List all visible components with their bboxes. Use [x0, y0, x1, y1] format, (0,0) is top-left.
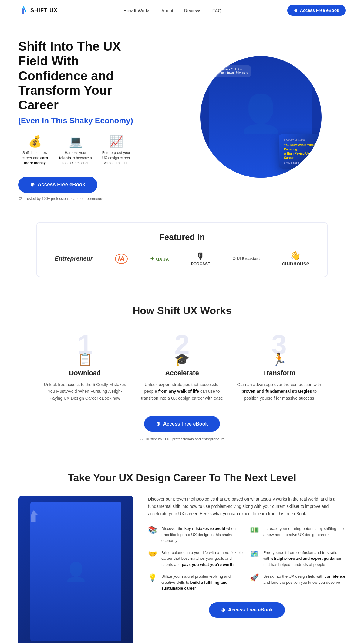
nextlevel-cta-icon: ⊕	[221, 607, 225, 613]
hero-feature-2-text: Harness your talents to become a top UX …	[59, 150, 92, 166]
how-cta-button[interactable]: ⊕ Access Free eBook	[144, 416, 220, 432]
money-bag-icon: 💵	[250, 526, 260, 534]
nav-faq[interactable]: FAQ	[212, 8, 221, 13]
nextlevel-cta-container: ⊕ Access Free eBook	[148, 602, 346, 618]
hero-title: Shift Into The UX Field With Confidence …	[18, 39, 146, 112]
wave-icon: 👋	[290, 251, 301, 260]
nav-about[interactable]: About	[161, 8, 173, 13]
step-1-title: Download	[42, 369, 127, 377]
money-icon: 💰	[18, 135, 52, 148]
step-3: 3 🏃 Transform Gain an advantage over the…	[237, 331, 322, 402]
nextlevel-cta-button[interactable]: ⊕ Access Free eBook	[209, 602, 285, 618]
hero-right: 🏛 Professor Of UX at Georgetown Universi…	[200, 56, 346, 184]
steps-container: 1 📋 Download Unlock free access to the 5…	[18, 331, 346, 402]
benefit-2-text: Increase your earning potential by shift…	[263, 526, 346, 538]
step-2-title: Accelerate	[140, 369, 224, 377]
divider-1	[104, 253, 104, 265]
uxpa-text: ✦ uxpa	[150, 256, 169, 262]
step-2-desc: Unlock expert strategies that successful…	[140, 381, 224, 402]
how-cta-container: ⊕ Access Free eBook 🛡 Trusted by 100+ pr…	[18, 416, 346, 441]
navbar: SHIFT UX How It Works About Reviews FAQ …	[0, 0, 364, 21]
divider-5	[271, 253, 271, 265]
how-title: How Shift UX Works	[18, 305, 346, 316]
hero-features: 💰 Shift into a new career and earn more …	[18, 135, 146, 166]
step-3-title: Transform	[237, 369, 322, 377]
divider-3	[180, 253, 180, 265]
entrepreneur-text: Entrepreneur	[55, 255, 93, 262]
nav-how-it-works[interactable]: How It Works	[123, 8, 150, 13]
download-icon: 📋	[42, 352, 127, 367]
logo-icon	[18, 5, 28, 15]
how-cta-label: Access Free eBook	[163, 421, 208, 427]
divider-4	[221, 253, 221, 265]
ebook-tag: 5 Costly Mistakes	[284, 138, 322, 141]
logo[interactable]: SHIFT UX	[18, 5, 58, 15]
hero-cta-button[interactable]: ⊕ Access Free eBook	[18, 177, 97, 193]
uxpa-logo: ✦ uxpa	[150, 255, 169, 262]
logo-text: SHIFT UX	[30, 7, 58, 14]
hero-image: 🏛 Professor Of UX at Georgetown Universi…	[200, 56, 322, 178]
book-icon: 📚	[148, 526, 158, 534]
accelerate-icon: 🎓	[140, 352, 224, 367]
hero-section: Shift Into The UX Field With Confidence …	[0, 21, 364, 213]
shift-ux-watermark	[24, 502, 42, 530]
person-photo: 👤	[30, 502, 121, 641]
nextlevel-image-inner: 👤	[18, 496, 133, 643]
podcast-icon: 🎙	[191, 251, 210, 262]
nextlevel-title: Take Your UX Design Career To The Next L…	[18, 472, 346, 484]
featured-section: Featured In Entrepreneur IA ✦ uxpa 🎙 POD…	[36, 222, 328, 277]
ebook-title: You Must Avoid When PursuingA High-Payin…	[284, 143, 322, 160]
benefit-6: 🚀 Break into the UX design field with co…	[250, 573, 346, 591]
how-trust: 🛡 Trusted by 100+ professionals and entr…	[140, 437, 224, 441]
uibreakfast-logo: ⊙ UI Breakfast	[232, 256, 260, 261]
benefit-2: 💵 Increase your earning potential by shi…	[250, 526, 346, 544]
uibreakfast-text: ⊙ UI Breakfast	[232, 256, 260, 261]
benefit-6-text: Break into the UX design field with conf…	[263, 573, 346, 585]
professor-badge-line1: Professor Of UX at	[217, 68, 248, 71]
ia-logo: IA	[115, 254, 128, 264]
benefit-4-text: Free yourself from confusion and frustra…	[263, 550, 346, 568]
how-section: How Shift UX Works 1 📋 Download Unlock f…	[0, 286, 364, 453]
nav-cta-button[interactable]: ⊕ Access Free eBook	[287, 5, 346, 16]
transform-icon: 🏃	[237, 352, 322, 367]
hero-left: Shift Into The UX Field With Confidence …	[18, 39, 146, 201]
shield-icon: 🛡	[18, 197, 22, 201]
map-icon: 🗺️	[250, 550, 260, 558]
step-3-desc: Gain an advantage over the competition w…	[237, 381, 322, 402]
how-trust-text: Trusted by 100+ professionals and entrep…	[145, 437, 224, 441]
hero-cta-label: Access Free eBook	[38, 182, 85, 188]
rocket-icon: 🚀	[250, 573, 260, 582]
clubhouse-logo: 👋 clubhouse	[282, 251, 309, 267]
podcast-logo: 🎙 PODCAST	[191, 251, 210, 266]
ia-text: IA	[115, 254, 128, 264]
nextlevel-body: 👤 Discover our proven methodologies that…	[18, 496, 346, 643]
featured-wrapper: Featured In Entrepreneur IA ✦ uxpa 🎙 POD…	[0, 213, 364, 286]
entrepreneur-logo: Entrepreneur	[55, 255, 93, 262]
benefit-1-text: Discover the key mistakes to avoid when …	[161, 526, 244, 544]
benefit-4: 🗺️ Free yourself from confusion and frus…	[250, 550, 346, 568]
hero-feature-1-text: Shift into a new career and earn more mo…	[18, 150, 52, 166]
how-cta-icon: ⊕	[156, 421, 160, 427]
hero-feature-3: 📈 Future-proof your UX design career wit…	[99, 135, 133, 166]
ebook-sub: (Plus Instant Fixes)	[284, 161, 322, 164]
chart-icon: 📈	[99, 135, 133, 148]
podcast-text: PODCAST	[191, 262, 210, 266]
nav-links: How It Works About Reviews FAQ	[123, 8, 221, 13]
featured-title: Featured In	[49, 232, 315, 242]
hero-feature-2: 💻 Harness your talents to become a top U…	[59, 135, 92, 166]
nav-cta-label: Access Free eBook	[300, 8, 339, 13]
hero-cta-icon: ⊕	[30, 182, 35, 188]
laptop-icon: 💻	[59, 135, 92, 148]
divider-2	[139, 253, 139, 265]
benefit-5: 💡 Utilize your natural problem-solving a…	[148, 573, 244, 591]
professor-badge-line2: Georgetown University	[217, 71, 248, 74]
benefit-3: 🤝 Bring balance into your life with a mo…	[148, 550, 244, 568]
handshake-icon: 🤝	[148, 550, 158, 558]
nextlevel-right: Discover our proven methodologies that a…	[148, 496, 346, 618]
hero-trust-text: Trusted by 100+ professionals and entrep…	[24, 197, 103, 201]
nextlevel-image: 👤	[18, 496, 133, 643]
lightbulb-icon: 💡	[148, 573, 158, 582]
nav-reviews[interactable]: Reviews	[184, 8, 201, 13]
professor-badge: 🏛 Professor Of UX at Georgetown Universi…	[209, 65, 251, 77]
ebook-card: 5 Costly Mistakes You Must Avoid When Pu…	[279, 134, 322, 169]
